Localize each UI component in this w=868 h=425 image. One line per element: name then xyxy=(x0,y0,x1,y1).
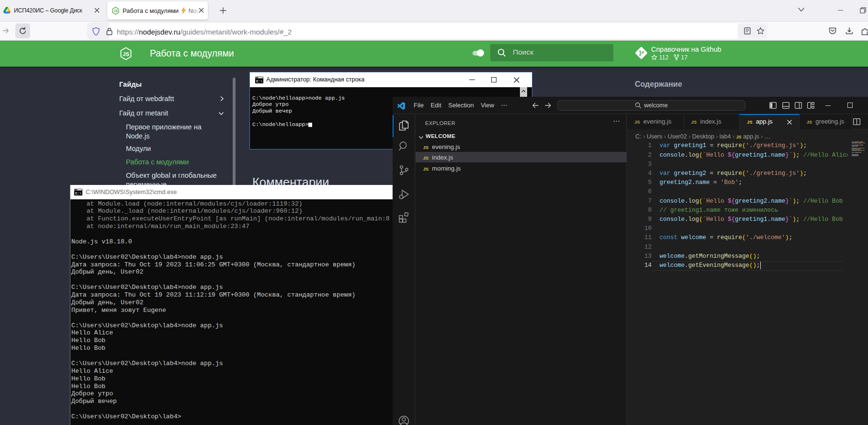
svg-text:C:\: C:\ xyxy=(256,80,263,83)
svg-text:JS: JS xyxy=(123,51,129,57)
svg-text:C:\: C:\ xyxy=(75,192,82,195)
svg-text:JS: JS xyxy=(113,9,118,12)
